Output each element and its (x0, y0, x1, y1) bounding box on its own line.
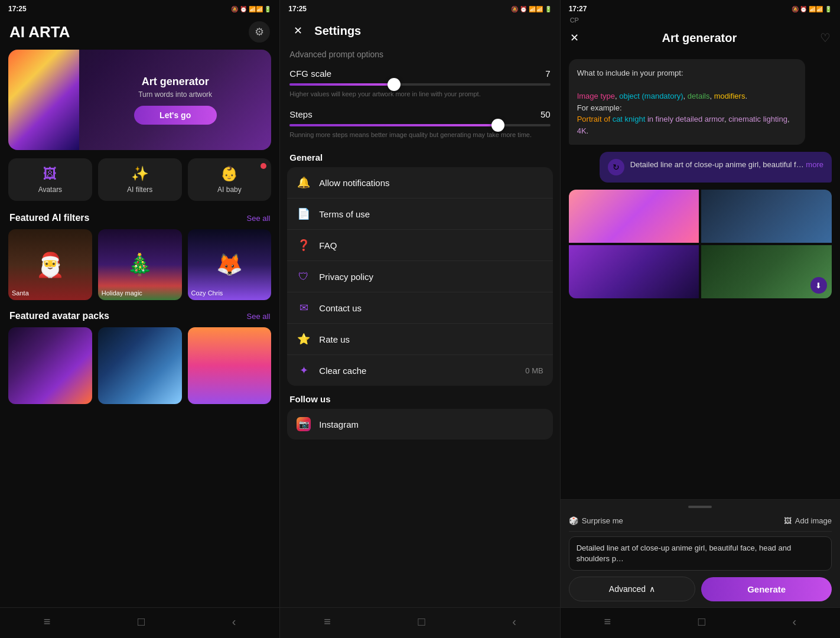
art-gen-title: Art generator (662, 31, 737, 45)
bottom-nav-3: ≡ □ ‹ (561, 607, 840, 638)
generated-image-3[interactable] (569, 245, 699, 298)
featured-avatars-header: Featured avatar packs See all (0, 307, 279, 327)
generated-image-1[interactable] (569, 190, 699, 243)
add-image-button[interactable]: 🖼 Add image (784, 516, 832, 525)
comma5: , (787, 115, 790, 123)
settings-button[interactable]: ⚙ (249, 21, 270, 43)
bot-message-text: What to include in your prompt: Image ty… (577, 67, 797, 136)
instagram-icon: 📷 (297, 417, 311, 431)
cat-knight-text: cat knight (613, 115, 646, 123)
panel-art-generator: 17:27 🔕 ⏰ 📶📶 🔋 CP ✕ Art generator ♡ What… (561, 0, 840, 638)
bottom-actions-row: Advanced ∧ Generate (569, 577, 832, 601)
cfg-slider-track[interactable] (289, 83, 550, 86)
settings-faq[interactable]: ❓ FAQ (287, 230, 552, 261)
avatars-icon-item[interactable]: 🖼 Avatars (8, 158, 92, 201)
cfg-slider-fill (289, 83, 394, 86)
nav-home-1[interactable]: □ (138, 615, 145, 629)
panel-settings: 17:25 🔕 ⏰ 📶📶 🔋 ✕ Settings Advanced promp… (279, 0, 560, 638)
status-icons-2: 🔕 ⏰ 📶📶 🔋 (511, 6, 551, 12)
steps-slider-thumb[interactable] (491, 119, 504, 132)
download-button[interactable]: ⬇ (810, 277, 827, 294)
app-title: AI ARTA (9, 23, 70, 41)
nav-menu-1[interactable]: ≡ (44, 615, 51, 629)
ai-filters-icon: ✨ (131, 165, 149, 182)
status-time-2: 17:25 (288, 5, 307, 13)
card-subtitle: Turn words into artwork (138, 90, 212, 99)
settings-contact[interactable]: ✉ Contact us (287, 292, 552, 324)
prompt-title-text: What to include in your prompt: (577, 69, 683, 77)
settings-privacy[interactable]: 🛡 Privacy policy (287, 261, 552, 292)
advanced-section-label: Advanced prompt options (280, 47, 559, 65)
regenerate-icon[interactable]: ↻ (608, 159, 624, 175)
instagram-label: Instagram (319, 419, 359, 429)
prompt-input-field[interactable]: Detailed line art of close-up anime girl… (569, 536, 832, 571)
settings-cache[interactable]: ✦ Clear cache 0 MB (287, 355, 552, 386)
chevron-up-icon: ∧ (649, 584, 655, 594)
nav-home-3[interactable]: □ (698, 615, 705, 629)
panel-home: 17:25 🔕 ⏰ 📶📶 🔋 AI ARTA ⚙ Art generator T… (0, 0, 279, 638)
instagram-item[interactable]: 📷 Instagram (287, 409, 552, 440)
surprise-me-label: Surprise me (582, 516, 623, 525)
card-thumbnail (8, 50, 79, 150)
avatar-2[interactable] (98, 327, 182, 404)
surprise-me-button[interactable]: 🎲 Surprise me (569, 516, 623, 525)
steps-slider-track[interactable] (289, 124, 550, 126)
avatars-label: Avatars (38, 185, 62, 194)
featured-avatars-title: Featured avatar packs (9, 311, 109, 321)
close-button[interactable]: ✕ (289, 22, 306, 39)
4k-text: 4K (577, 126, 587, 135)
ai-filters-label: AI filters (127, 185, 152, 194)
generated-image-2[interactable] (701, 190, 832, 243)
image-type-text: Image type (577, 92, 615, 100)
advanced-button[interactable]: Advanced ∧ (569, 577, 696, 601)
user-message-1: ↻ Detailed line art of close-up anime gi… (600, 152, 832, 183)
settings-notifications[interactable]: 🔔 Allow notifications (287, 167, 552, 198)
dice-icon: 🎲 (569, 516, 578, 525)
cfg-scale-row: CFG scale 7 Higher values will keep your… (280, 65, 559, 106)
rate-label: Rate us (319, 334, 350, 344)
nav-menu-2[interactable]: ≡ (324, 615, 331, 629)
generate-button[interactable]: Generate (701, 577, 832, 601)
ai-baby-icon-item[interactable]: 👶 AI baby (188, 158, 272, 201)
status-bar-1: 17:25 🔕 ⏰ 📶📶 🔋 (0, 0, 279, 17)
featured-avatars-see-all[interactable]: See all (247, 312, 271, 321)
settings-rate[interactable]: ⭐ Rate us (287, 324, 552, 355)
status-bar-3: 17:27 🔕 ⏰ 📶📶 🔋 (561, 0, 840, 17)
art-gen-close-button[interactable]: ✕ (570, 31, 579, 44)
chat-area: What to include in your prompt: Image ty… (561, 53, 840, 499)
cfg-scale-label: CFG scale (289, 69, 331, 79)
settings-terms[interactable]: 📄 Terms of use (287, 198, 552, 230)
cfg-slider-thumb[interactable] (388, 78, 401, 91)
generated-images-container: ⬇ (569, 190, 832, 298)
contact-label: Contact us (319, 303, 362, 313)
notifications-label: Allow notifications (319, 178, 389, 188)
filter-holiday[interactable]: 🎄 Holiday magic (98, 229, 182, 300)
nav-back-2[interactable]: ‹ (512, 615, 516, 629)
terms-label: Terms of use (319, 209, 370, 219)
period2: . (587, 126, 589, 135)
status-time-1: 17:25 (8, 5, 27, 13)
avatar-3[interactable] (188, 327, 272, 404)
favorite-button[interactable]: ♡ (820, 31, 831, 45)
question-icon: ❓ (297, 238, 311, 252)
ai-filters-icon-item[interactable]: ✨ AI filters (98, 158, 182, 201)
cinematic-text: cinematic lighting (728, 115, 787, 123)
nav-back-3[interactable]: ‹ (792, 615, 796, 629)
featured-filters-header: Featured AI filters See all (0, 209, 279, 229)
chat-input-area: 🎲 Surprise me 🖼 Add image Detailed line … (561, 499, 840, 607)
more-link[interactable]: more (806, 160, 823, 169)
cache-label: Clear cache (319, 366, 366, 376)
filter-santa[interactable]: 🎅 Santa (8, 229, 92, 300)
lets-go-button[interactable]: Let's go (134, 106, 217, 125)
image-grid (569, 190, 832, 298)
status-bar-2: 17:25 🔕 ⏰ 📶📶 🔋 (280, 0, 559, 17)
avatar-1[interactable] (8, 327, 92, 404)
advanced-label: Advanced (609, 584, 646, 594)
art-generator-card[interactable]: Art generator Turn words into artwork Le… (8, 50, 271, 150)
nav-menu-3[interactable]: ≡ (604, 615, 611, 629)
featured-filters-see-all[interactable]: See all (247, 214, 271, 223)
cp-label: CP (561, 17, 840, 25)
nav-back-1[interactable]: ‹ (232, 615, 236, 629)
filter-cozy[interactable]: 🦊 Cozy Chris (188, 229, 272, 300)
nav-home-2[interactable]: □ (418, 615, 425, 629)
